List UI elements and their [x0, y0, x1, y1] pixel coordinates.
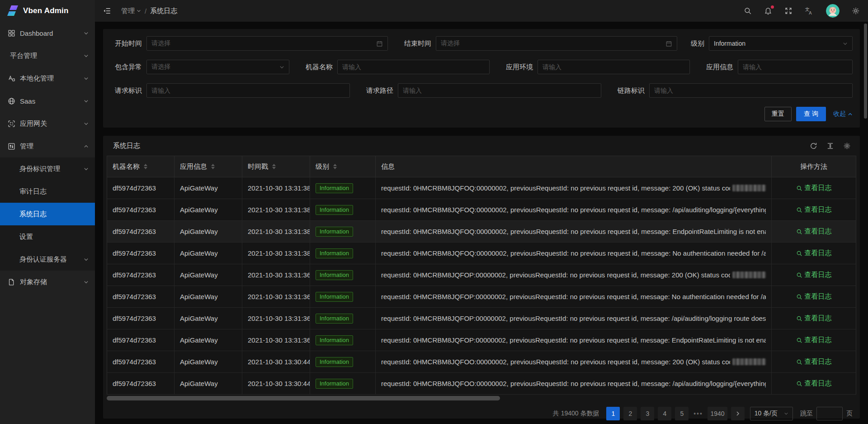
- page-button[interactable]: 1: [606, 407, 620, 420]
- column-label: 操作方法: [800, 162, 827, 171]
- sidebar-item-manage[interactable]: 管理: [0, 135, 95, 157]
- page-button[interactable]: 3: [641, 407, 654, 420]
- cell-machine: df5974d72363: [107, 351, 175, 373]
- table-row[interactable]: df5974d72363 ApiGateWay 2021-10-30 13:31…: [107, 221, 856, 243]
- start-time-picker[interactable]: 请选择: [146, 36, 388, 51]
- column-header-machine[interactable]: 机器名称: [107, 156, 175, 177]
- avatar[interactable]: [826, 4, 840, 18]
- table-row[interactable]: df5974d72363 ApiGateWay 2021-10-30 13:31…: [107, 199, 856, 221]
- page-button[interactable]: 5: [675, 407, 689, 420]
- cell-level: Information: [310, 351, 376, 373]
- sidebar-item-localization[interactable]: 本地化管理: [0, 67, 95, 90]
- cell-level: Information: [310, 329, 376, 351]
- cell-app: ApiGateWay: [175, 329, 242, 351]
- app-env-input[interactable]: [542, 63, 685, 71]
- cell-time: 2021-10-30 13:31:38: [242, 221, 310, 243]
- trace-id-input[interactable]: [654, 87, 848, 94]
- sidebar-item-label: 系统日志: [19, 210, 89, 219]
- table-row[interactable]: df5974d72363 ApiGateWay 2021-10-30 13:31…: [107, 243, 856, 264]
- view-log-link[interactable]: 查看日志: [796, 271, 832, 279]
- fullscreen-icon[interactable]: [784, 7, 793, 15]
- cell-app: ApiGateWay: [175, 373, 242, 395]
- view-log-link[interactable]: 查看日志: [796, 249, 832, 257]
- sort-icon[interactable]: [144, 164, 147, 169]
- cell-machine: df5974d72363: [107, 177, 175, 199]
- request-id-input[interactable]: [151, 87, 345, 94]
- row-height-icon[interactable]: [826, 142, 834, 150]
- column-header-message: 信息: [376, 156, 772, 177]
- sidebar-item-object-storage[interactable]: 对象存储: [0, 271, 95, 293]
- cell-action: 查看日志: [772, 264, 856, 286]
- page-size-select[interactable]: 10 条/页: [750, 407, 793, 420]
- refresh-icon[interactable]: [810, 142, 817, 150]
- column-header-action: 操作方法: [772, 156, 856, 177]
- level-select[interactable]: Information: [709, 36, 853, 51]
- collapse-link[interactable]: 收起: [833, 110, 853, 118]
- breadcrumb-parent[interactable]: 管理: [121, 7, 141, 15]
- bell-icon[interactable]: [764, 7, 772, 15]
- sort-icon[interactable]: [333, 164, 337, 169]
- page-ellipsis[interactable]: •••: [692, 410, 704, 417]
- view-log-link[interactable]: 查看日志: [796, 336, 832, 344]
- sidebar-item-system-log[interactable]: 系统日志: [0, 203, 95, 225]
- sidebar-item-auth-server[interactable]: 身份认证服务器: [0, 248, 95, 271]
- exception-label: 包含异常: [110, 63, 142, 71]
- cell-machine: df5974d72363: [107, 329, 175, 351]
- end-time-picker[interactable]: 请选择: [436, 36, 677, 51]
- menu-fold-icon[interactable]: [103, 7, 111, 15]
- jump-to-input[interactable]: [816, 407, 843, 420]
- column-header-time[interactable]: 时间戳: [242, 156, 310, 177]
- page-button[interactable]: 4: [658, 407, 671, 420]
- sidebar-item-audit-log[interactable]: 审计日志: [0, 180, 95, 203]
- magnifier-icon: [796, 272, 802, 278]
- chevron-up-icon: [84, 144, 89, 149]
- horizontal-scrollbar-thumb[interactable]: [107, 396, 500, 400]
- sidebar-item-saas[interactable]: Saas: [0, 90, 95, 112]
- column-label: 机器名称: [113, 162, 140, 171]
- request-path-input[interactable]: [403, 87, 596, 94]
- sidebar-item-platform[interactable]: 平台管理: [0, 44, 95, 67]
- gear-icon[interactable]: [852, 7, 860, 15]
- sort-icon[interactable]: [272, 164, 276, 169]
- table-row[interactable]: df5974d72363 ApiGateWay 2021-10-30 13:30…: [107, 351, 856, 373]
- table-row[interactable]: df5974d72363 ApiGateWay 2021-10-30 13:31…: [107, 264, 856, 286]
- view-log-link[interactable]: 查看日志: [796, 357, 832, 366]
- cell-message: requestId: 0HMCRBM8JQFOP:00000002, previ…: [376, 329, 772, 351]
- sidebar-item-gateway[interactable]: 应用网关: [0, 112, 95, 135]
- cell-message: requestId: 0HMCRBM8JQFOO:00000002, previ…: [376, 351, 772, 373]
- next-page-button[interactable]: [731, 407, 745, 420]
- column-header-app[interactable]: 应用信息: [175, 156, 242, 177]
- exception-select[interactable]: 请选择: [146, 60, 289, 74]
- table-row[interactable]: df5974d72363 ApiGateWay 2021-10-30 13:31…: [107, 286, 856, 308]
- page-scrollbar-thumb[interactable]: [864, 24, 867, 119]
- column-header-level[interactable]: 级别: [310, 156, 376, 177]
- table-row[interactable]: df5974d72363 ApiGateWay 2021-10-30 13:31…: [107, 177, 856, 199]
- page-button[interactable]: 2: [623, 407, 637, 420]
- search-icon[interactable]: [744, 7, 752, 15]
- view-log-link[interactable]: 查看日志: [796, 379, 832, 388]
- table-row[interactable]: df5974d72363 ApiGateWay 2021-10-30 13:31…: [107, 329, 856, 351]
- view-log-link[interactable]: 查看日志: [796, 205, 832, 214]
- sidebar-item-dashboard[interactable]: Dashboard: [0, 22, 95, 44]
- table-row[interactable]: df5974d72363 ApiGateWay 2021-10-30 13:31…: [107, 308, 856, 329]
- page-unit-label: 页: [846, 410, 853, 418]
- reset-button[interactable]: 重置: [764, 107, 792, 121]
- view-log-link[interactable]: 查看日志: [796, 184, 832, 192]
- sort-icon[interactable]: [211, 164, 215, 169]
- view-log-link[interactable]: 查看日志: [796, 292, 832, 301]
- app-info-input[interactable]: [743, 63, 848, 71]
- redacted-uri-blur: [732, 358, 766, 365]
- view-log-label: 查看日志: [805, 184, 832, 192]
- search-button[interactable]: 查询: [796, 107, 826, 121]
- sidebar-item-identity-management[interactable]: 身份标识管理: [0, 157, 95, 180]
- translate-icon[interactable]: 文A: [805, 6, 814, 15]
- view-log-link[interactable]: 查看日志: [796, 227, 832, 236]
- last-page-button[interactable]: 1940: [708, 407, 727, 420]
- table-row[interactable]: df5974d72363 ApiGateWay 2021-10-30 13:30…: [107, 373, 856, 395]
- column-settings-gear-icon[interactable]: [843, 142, 851, 150]
- sidebar-item-settings[interactable]: 设置: [0, 225, 95, 248]
- level-badge: Information: [316, 335, 353, 345]
- view-log-link[interactable]: 查看日志: [796, 314, 832, 323]
- logo[interactable]: Vben Admin: [0, 0, 95, 22]
- machine-name-input[interactable]: [342, 63, 485, 71]
